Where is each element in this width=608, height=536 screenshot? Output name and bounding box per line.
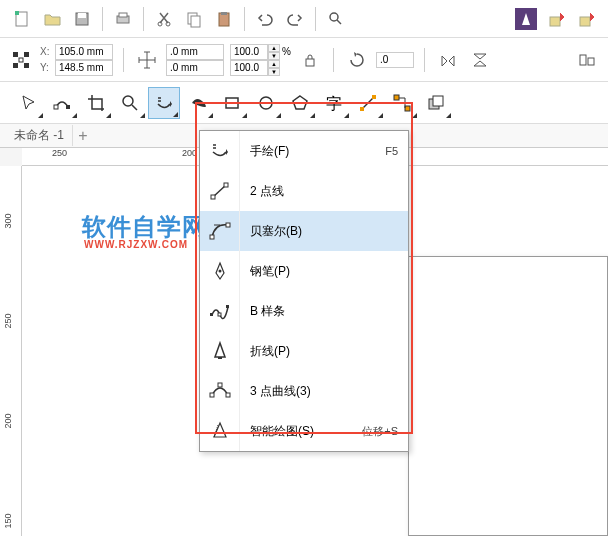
svg-rect-44 <box>210 393 214 397</box>
rotation-icon <box>344 47 370 73</box>
flyout-label: 手绘(F) <box>240 143 385 160</box>
flyout-item-smart-draw[interactable]: 智能绘图(S) 位移+S <box>200 411 408 451</box>
svg-rect-41 <box>210 313 213 316</box>
crop-tool[interactable] <box>80 87 112 119</box>
search-icon[interactable] <box>322 5 350 33</box>
svg-rect-20 <box>19 58 23 62</box>
width-input[interactable] <box>166 44 224 60</box>
spin-up[interactable]: ▲ <box>268 60 280 68</box>
redo-icon[interactable] <box>281 5 309 33</box>
rotation-input[interactable] <box>376 52 414 68</box>
flyout-item-pen[interactable]: 钢笔(P) <box>200 251 408 291</box>
align-icon[interactable] <box>574 47 600 73</box>
paste-icon[interactable] <box>210 5 238 33</box>
svg-rect-36 <box>211 195 215 199</box>
x-label: X: <box>40 46 52 57</box>
svg-rect-17 <box>24 52 29 57</box>
svg-rect-21 <box>306 59 314 66</box>
svg-rect-14 <box>550 17 560 26</box>
svg-rect-46 <box>226 393 230 397</box>
spin-down[interactable]: ▼ <box>268 52 280 60</box>
svg-rect-19 <box>24 63 29 68</box>
flyout-item-polyline[interactable]: 折线(P) <box>200 331 408 371</box>
flyout-item-three-point-curve[interactable]: 3 点曲线(3) <box>200 371 408 411</box>
svg-rect-27 <box>226 98 238 108</box>
flyout-label: 3 点曲线(3) <box>240 383 408 400</box>
flyout-item-freehand[interactable]: 手绘(F) F5 <box>200 131 408 171</box>
save-icon[interactable] <box>68 5 96 33</box>
polygon-tool[interactable] <box>284 87 316 119</box>
svg-rect-45 <box>218 383 222 387</box>
object-position-icon <box>8 47 34 73</box>
svg-rect-23 <box>588 58 594 65</box>
svg-rect-18 <box>13 63 18 68</box>
pen-icon <box>200 251 240 291</box>
shape-tool[interactable] <box>46 87 78 119</box>
svg-rect-22 <box>580 55 586 65</box>
connector-tool[interactable] <box>386 87 418 119</box>
flyout-item-bspline[interactable]: B 样条 <box>200 291 408 331</box>
svg-rect-15 <box>580 17 590 26</box>
page-rect <box>408 256 608 536</box>
y-label: Y: <box>40 62 52 73</box>
mirror-v-icon[interactable] <box>467 47 493 73</box>
scalex-input[interactable] <box>230 44 268 60</box>
tab-untitled[interactable]: 未命名 -1 <box>6 125 73 146</box>
flyout-label: 智能绘图(S) <box>240 423 362 440</box>
mirror-h-icon[interactable] <box>435 47 461 73</box>
zoom-tool[interactable] <box>114 87 146 119</box>
svg-rect-1 <box>15 11 19 15</box>
import-icon[interactable] <box>542 5 570 33</box>
svg-rect-42 <box>218 313 221 316</box>
svg-rect-3 <box>78 13 86 18</box>
lock-ratio-icon[interactable] <box>297 47 323 73</box>
svg-rect-24 <box>54 105 58 109</box>
polyline-icon <box>200 331 240 371</box>
freehand-icon <box>200 131 240 171</box>
watermark-url: WWW.RJZXW.COM <box>84 239 188 250</box>
print-icon[interactable] <box>109 5 137 33</box>
main-toolbar <box>0 0 608 38</box>
artistic-media-tool[interactable] <box>182 87 214 119</box>
svg-rect-38 <box>210 235 214 239</box>
y-input[interactable] <box>55 60 113 76</box>
svg-rect-25 <box>66 105 70 109</box>
ruler-vertical: 300 250 200 150 <box>0 166 22 536</box>
app-launch-icon[interactable] <box>512 5 540 33</box>
flyout-label: 2 点线 <box>240 183 408 200</box>
height-input[interactable] <box>166 60 224 76</box>
svg-rect-9 <box>191 16 200 27</box>
svg-rect-16 <box>13 52 18 57</box>
svg-rect-43 <box>226 305 229 308</box>
copy-icon[interactable] <box>180 5 208 33</box>
effects-tool[interactable] <box>420 87 452 119</box>
flyout-item-bezier[interactable]: 贝塞尔(B) <box>200 211 408 251</box>
tab-add-button[interactable]: + <box>73 127 93 145</box>
cut-icon[interactable] <box>150 5 178 33</box>
two-point-line-icon <box>200 171 240 211</box>
scaley-input[interactable] <box>230 60 268 76</box>
spin-down[interactable]: ▼ <box>268 68 280 76</box>
undo-icon[interactable] <box>251 5 279 33</box>
x-input[interactable] <box>55 44 113 60</box>
export-icon[interactable] <box>572 5 600 33</box>
bspline-icon <box>200 291 240 331</box>
flyout-label: B 样条 <box>240 303 408 320</box>
smart-draw-icon <box>200 411 240 451</box>
svg-point-40 <box>218 270 221 273</box>
flyout-shortcut: F5 <box>385 145 408 157</box>
text-tool[interactable]: 字 <box>318 87 350 119</box>
flyout-item-two-point[interactable]: 2 点线 <box>200 171 408 211</box>
ellipse-tool[interactable] <box>250 87 282 119</box>
svg-rect-37 <box>224 183 228 187</box>
open-folder-icon[interactable] <box>38 5 66 33</box>
curve-tools-flyout: 手绘(F) F5 2 点线 贝塞尔(B) 钢笔(P) B 样条 折线(P) 3 … <box>199 130 409 452</box>
rectangle-tool[interactable] <box>216 87 248 119</box>
spin-up[interactable]: ▲ <box>268 44 280 52</box>
freehand-tool[interactable] <box>148 87 180 119</box>
svg-point-12 <box>330 13 338 21</box>
new-doc-icon[interactable] <box>8 5 36 33</box>
pick-tool[interactable] <box>12 87 44 119</box>
dimension-tool[interactable] <box>352 87 384 119</box>
svg-text:字: 字 <box>326 95 342 112</box>
